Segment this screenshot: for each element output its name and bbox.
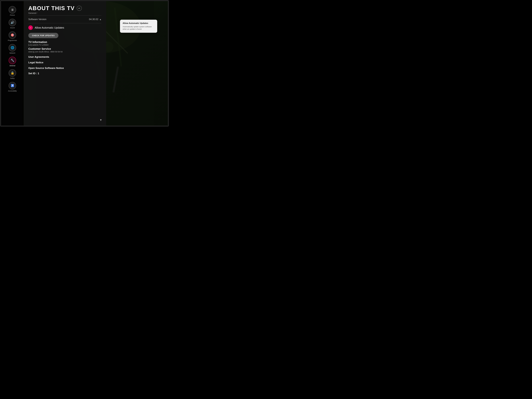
tooltip-popup: Allow Automatic Updates Automatically up… xyxy=(120,20,157,33)
mid-divider xyxy=(28,23,101,23)
sidebar-label-accessibility: Accessibility xyxy=(8,90,17,92)
tv-info-title: TV Information xyxy=(28,41,101,44)
sidebar-item-sound[interactable]: 🔊 Sound xyxy=(3,18,22,30)
sidebar: 🖥 Picture 🔊 Sound 🎯 Programmes 🌐 Network… xyxy=(1,1,24,126)
network-icon: 🌐 xyxy=(9,44,16,51)
customer-service-section: Customer Service www.lg.com South Africa… xyxy=(28,47,101,53)
auto-update-row: ✓ Allow Automatic Updates xyxy=(28,24,101,31)
sidebar-label-programmes: Programmes xyxy=(8,39,17,41)
page-title-row: ABOUT THIS TV ↩ xyxy=(28,5,101,12)
user-agreements-item[interactable]: User Agreements xyxy=(28,54,101,60)
tooltip-body: Automatically update system software whe… xyxy=(123,25,155,30)
page-title-text: ABOUT THIS TV xyxy=(28,5,75,12)
breadcrumb: General / xyxy=(28,12,101,14)
software-version-value: 04.30.02 ▲ xyxy=(89,18,101,21)
sidebar-label-picture: Picture xyxy=(10,14,15,16)
sidebar-label-safety: Safety xyxy=(10,77,15,79)
customer-service-value: www.lg.com South Africa : 0800-54-54-54 xyxy=(28,51,101,53)
sidebar-item-picture[interactable]: 🖥 Picture xyxy=(3,5,22,17)
safety-icon: 🔒 xyxy=(9,69,16,77)
open-source-notice-item[interactable]: Open Source Software Notice xyxy=(28,65,101,71)
legal-notice-item[interactable]: Legal Notice xyxy=(28,60,101,65)
check-for-updates-button[interactable]: CHECK FOR UPDATES xyxy=(28,33,58,38)
main-panel: ABOUT THIS TV ↩ General / Software Versi… xyxy=(24,1,106,126)
sidebar-item-safety[interactable]: 🔒 Safety xyxy=(3,68,22,80)
accessibility-icon: ♿ xyxy=(9,82,16,89)
sidebar-item-programmes[interactable]: 🎯 Programmes xyxy=(3,30,22,42)
tv-info-value: [LG] webOS TV LH590V xyxy=(28,44,101,46)
back-button[interactable]: ↩ xyxy=(77,6,82,11)
auto-update-label: Allow Automatic Updates xyxy=(35,26,64,29)
auto-update-toggle[interactable]: ✓ xyxy=(28,25,33,30)
chevron-up-icon: ▲ xyxy=(99,18,101,21)
version-number: 04.30.02 xyxy=(89,18,98,21)
tv-info-section: TV Information [LG] webOS TV LH590V xyxy=(28,41,101,46)
picture-icon: 🖥 xyxy=(9,6,16,13)
top-divider xyxy=(28,15,101,16)
sidebar-label-sound: Sound xyxy=(10,27,15,29)
general-icon: 🔧 xyxy=(9,57,16,64)
sidebar-item-accessibility[interactable]: ♿ Accessibility xyxy=(3,81,22,93)
sidebar-item-general[interactable]: 🔧 General xyxy=(3,56,22,68)
tooltip-title: Allow Automatic Updates xyxy=(123,22,155,25)
set-id-label: Set ID : 1 xyxy=(28,71,101,76)
programmes-icon: 🎯 xyxy=(9,32,16,39)
sidebar-label-general: General xyxy=(10,65,15,67)
sidebar-label-network: Network xyxy=(9,52,15,54)
sound-icon: 🔊 xyxy=(9,19,16,26)
software-version-label: Software Version xyxy=(28,18,46,21)
customer-service-title: Customer Service xyxy=(28,47,101,51)
software-version-row: Software Version 04.30.02 ▲ xyxy=(28,17,101,22)
scroll-down-icon: ▼ xyxy=(100,119,102,121)
sidebar-item-network[interactable]: 🌐 Network xyxy=(3,43,22,55)
